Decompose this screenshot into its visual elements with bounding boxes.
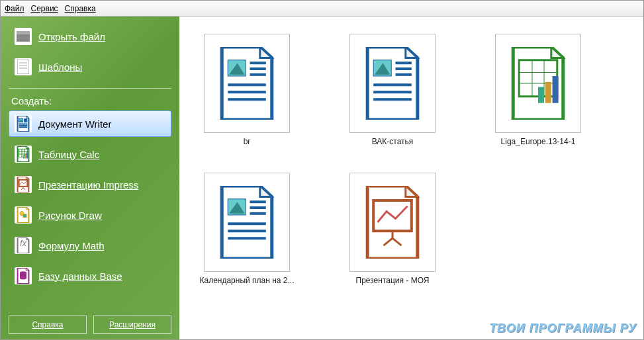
writer-icon <box>15 115 32 132</box>
create-item-label: Таблицу Calc <box>38 149 99 160</box>
open-file-label: Открыть файл <box>38 31 105 42</box>
recent-doc-writer[interactable]: br <box>194 34 300 146</box>
svg-rect-0 <box>17 34 30 42</box>
watermark: ТВОИ ПРОГРАММЫ РУ <box>489 321 637 335</box>
create-base-button[interactable]: Базу данных Base <box>9 263 171 289</box>
create-writer-button[interactable]: Документ Writer <box>9 110 171 137</box>
doc-thumbnail <box>349 173 436 272</box>
sidebar-divider <box>9 88 171 89</box>
create-heading: Создать: <box>9 95 171 106</box>
svg-rect-20 <box>24 154 26 159</box>
doc-caption: ВАК-статья <box>372 137 414 146</box>
open-icon <box>15 28 32 45</box>
recent-doc-calc[interactable]: Liga_Europe.13-14-1 <box>485 34 591 146</box>
content-area: Открыть файл Шаблоны Создать: <box>1 17 643 339</box>
help-button[interactable]: Справка <box>9 316 87 334</box>
templates-label: Шаблоны <box>38 62 82 73</box>
svg-rect-21 <box>26 153 28 159</box>
sidebar-bottom: Справка Расширения <box>9 310 171 334</box>
recent-documents-gallery: br ВАК-статья <box>179 17 643 339</box>
create-calc-button[interactable]: Таблицу Calc <box>9 141 171 167</box>
templates-icon <box>15 58 32 75</box>
create-math-button[interactable]: fx Формулу Math <box>9 232 171 259</box>
base-icon <box>15 267 32 284</box>
doc-thumbnail <box>349 34 436 133</box>
svg-rect-1 <box>17 31 30 34</box>
svg-rect-2 <box>17 60 29 74</box>
doc-caption: br <box>244 137 251 146</box>
recent-doc-impress[interactable]: Презентация - МОЯ <box>340 173 445 285</box>
svg-rect-19 <box>23 155 24 158</box>
doc-caption: Liga_Europe.13-14-1 <box>501 137 576 146</box>
open-file-button[interactable]: Открыть файл <box>9 23 171 50</box>
doc-caption: Презентация - МОЯ <box>356 276 430 285</box>
create-item-label: Рисунок Draw <box>38 210 102 221</box>
create-item-label: Документ Writer <box>38 118 111 130</box>
svg-text:fx: fx <box>20 239 26 248</box>
menu-help[interactable]: Справка <box>65 4 96 13</box>
menu-service[interactable]: Сервис <box>31 4 58 13</box>
menu-file[interactable]: Файл <box>5 4 24 13</box>
create-item-label: Формулу Math <box>38 240 105 251</box>
menubar: Файл Сервис Справка <box>1 1 643 17</box>
svg-point-31 <box>20 277 26 280</box>
create-item-label: Презентацию Impress <box>38 179 138 191</box>
doc-thumbnail <box>495 34 581 133</box>
svg-rect-54 <box>545 82 551 103</box>
extensions-button[interactable]: Расширения <box>93 316 171 334</box>
doc-thumbnail <box>204 173 290 272</box>
svg-rect-27 <box>23 214 26 218</box>
recent-doc-writer[interactable]: Календарный план на 2... <box>194 173 300 285</box>
calc-icon <box>15 146 32 163</box>
sidebar: Открыть файл Шаблоны Создать: <box>1 17 179 339</box>
doc-caption: Календарный план на 2... <box>199 276 294 285</box>
svg-rect-55 <box>553 76 559 103</box>
svg-rect-53 <box>538 87 544 103</box>
recent-doc-writer[interactable]: ВАК-статья <box>340 34 445 146</box>
create-impress-button[interactable]: Презентацию Impress <box>9 171 171 198</box>
templates-button[interactable]: Шаблоны <box>9 54 171 80</box>
math-icon: fx <box>15 237 32 254</box>
doc-thumbnail <box>204 34 290 133</box>
create-item-label: Базу данных Base <box>38 271 122 282</box>
create-draw-button[interactable]: Рисунок Draw <box>9 202 171 228</box>
draw-icon <box>15 206 32 224</box>
impress-icon <box>15 176 32 193</box>
